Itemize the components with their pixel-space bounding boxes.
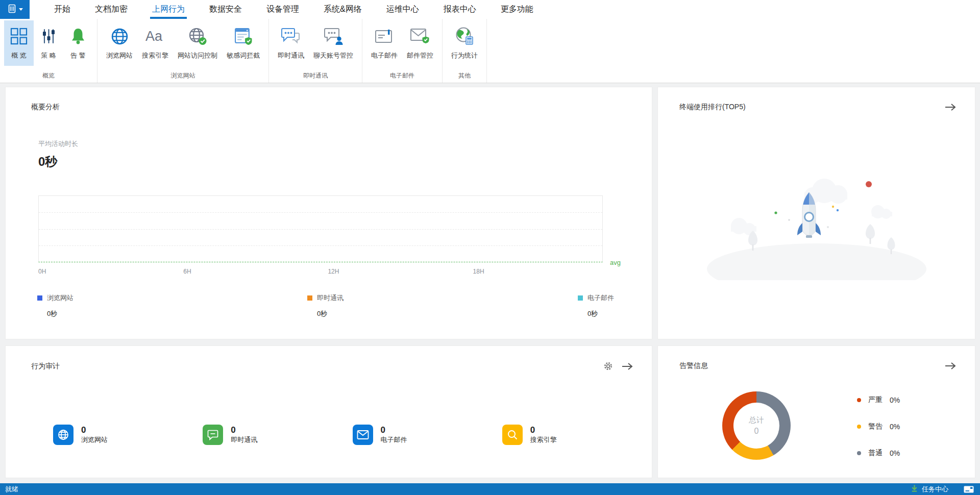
card-title: 终端使用排行(TOP5) [679,103,746,112]
behavior-stats-globe-calc-icon [455,23,474,50]
ribbon-group-label: 电子邮件 [362,70,442,83]
globe-icon [53,425,74,445]
dashboard-content: 概要分析 平均活动时长 0秒 avg 0H 6H 12H 18H [0,83,980,478]
menu-item-device-management[interactable]: 设备管理 [258,0,307,19]
legend-label: 即时通讯 [317,293,344,303]
chart-gridline [39,229,602,230]
ribbon-button-sensitive-word-block[interactable]: 敏感词拦截 [222,20,264,66]
search-icon [502,425,523,445]
ribbon-group-browse: 浏览网站 Aa 搜索引擎 网站访问控制 敏感词拦截 浏览网站 [97,19,269,83]
ready-status: 就绪 [5,485,18,494]
stat-label: 电子邮件 [381,435,407,444]
stat-search-engine[interactable]: 0 搜索引擎 [502,425,652,445]
chat-account-person-icon [323,23,344,50]
ribbon-group-label: 浏览网站 [97,70,268,83]
im-chat-bubbles-icon [281,23,301,50]
chart-x-axis: 0H 6H 12H 18H [38,265,603,277]
x-tick: 12H [328,268,339,275]
ribbon-button-alert[interactable]: 告 警 [63,20,93,66]
stat-value: 0 [81,425,108,435]
settings-gear-icon[interactable] [603,361,613,371]
menu-item-data-security[interactable]: 数据安全 [201,0,250,19]
donut-center: 总计 0 [733,403,779,449]
legend-swatch [307,295,312,301]
ribbon-button-label: 敏感词拦截 [227,51,260,60]
menu-item-report-center[interactable]: 报表中心 [435,0,484,19]
ribbon-button-overview[interactable]: 概 览 [4,20,34,66]
x-tick: 0H [38,268,46,275]
menu-item-internet-behavior[interactable]: 上网行为 [144,0,193,19]
legend-label: 普通 [868,449,883,458]
alarm-legend: 严重 0% 警告 0% 普通 0% [857,395,900,475]
menu-item-doc-encryption[interactable]: 文档加密 [87,0,136,19]
ribbon-button-label: 聊天账号管控 [313,51,353,60]
ribbon-button-email[interactable]: 电子邮件 [366,20,402,66]
ribbon-button-label: 浏览网站 [106,51,133,60]
mail-control-shield-icon [410,23,430,50]
activity-line-chart: avg 0H 6H 12H 18H [38,195,603,277]
ribbon-button-mail-control[interactable]: 邮件管控 [402,20,438,66]
legend-item-email: 电子邮件 0秒 [578,293,652,318]
site-access-control-globe-check-icon [188,23,207,50]
status-bar: 就绪 任务中心 [0,483,980,495]
legend-percent: 0% [890,449,900,457]
ribbon-button-im[interactable]: 即时通讯 [273,20,309,66]
chat-icon [203,425,223,445]
legend-percent: 0% [890,396,900,404]
stat-im[interactable]: 0 即时通讯 [203,425,352,445]
arrow-right-icon[interactable] [944,103,957,111]
ribbon-button-chat-account-control[interactable]: 聊天账号管控 [309,20,358,66]
stat-label: 浏览网站 [81,435,108,444]
ribbon-button-browse-website[interactable]: 浏览网站 [102,20,137,66]
browse-globe-icon [110,23,129,50]
stat-email[interactable]: 0 电子邮件 [353,425,502,445]
ribbon-toolbar: 概 览 策 略 告 警 概览 浏览网站 [0,19,980,83]
ribbon-button-label: 告 警 [70,51,86,60]
ribbon-button-search-engine[interactable]: Aa 搜索引擎 [137,20,173,66]
menu-bar: 开始 文档加密 上网行为 数据安全 设备管理 系统&网络 运维中心 报表中心 更… [0,0,980,19]
arrow-right-icon[interactable] [621,362,633,370]
legend-label: 电子邮件 [587,293,614,303]
ribbon-group-label: 概览 [0,70,97,83]
ribbon-button-behavior-stats[interactable]: 行为统计 [447,20,482,66]
ribbon-button-label: 电子邮件 [371,51,398,60]
app-menu-button[interactable] [0,0,30,19]
card-title: 告警信息 [679,361,708,370]
alarm-info-card: 告警信息 总计 0 严重 0% 警告 0% 普通 [657,345,975,478]
stat-browse-website[interactable]: 0 浏览网站 [53,425,203,445]
x-tick: 6H [183,268,191,275]
ribbon-button-site-access-control[interactable]: 网站访问控制 [173,20,222,66]
message-window-icon[interactable] [964,486,974,493]
chart-gridline [39,245,602,246]
ribbon-group-label: 其他 [443,70,486,83]
chart-gridline [39,212,602,213]
menu-item-more-features[interactable]: 更多功能 [493,0,542,19]
ribbon-group-email: 电子邮件 邮件管控 电子邮件 [362,19,443,83]
ribbon-group-im: 即时通讯 聊天账号管控 即时通讯 [269,19,362,83]
behavior-audit-card: 行为审计 0 浏览网站 [5,345,652,478]
menu-item-ops-center[interactable]: 运维中心 [378,0,427,19]
download-arrow-icon [911,484,918,494]
x-tick: 18H [473,268,484,275]
menu-items: 开始 文档加密 上网行为 数据安全 设备管理 系统&网络 运维中心 报表中心 更… [42,0,546,19]
mail-icon [353,425,373,445]
ribbon-button-policy[interactable]: 策 略 [34,20,63,66]
ribbon-button-label: 策 略 [41,51,56,60]
ribbon-group-overview: 概 览 策 略 告 警 概览 [0,19,97,83]
menu-item-start[interactable]: 开始 [46,0,79,19]
terminal-usage-ranking-card: 终端使用排行(TOP5) [657,87,975,339]
menu-item-system-network[interactable]: 系统&网络 [315,0,370,19]
arrow-right-icon[interactable] [944,362,957,370]
stat-value: 0 [530,425,557,435]
card-title: 行为审计 [31,362,60,371]
legend-label: 严重 [868,395,883,405]
stat-value: 0 [381,425,407,435]
policy-sliders-icon [40,23,57,50]
chart-plot-area: avg [38,195,603,262]
ribbon-group-other: 行为统计 其他 [443,19,487,83]
alarm-legend-normal: 普通 0% [857,448,900,458]
task-center-button[interactable]: 任务中心 [911,484,948,494]
ribbon-button-label: 概 览 [11,51,27,60]
donut-center-value: 0 [754,427,759,436]
donut-center-label: 总计 [749,415,764,425]
